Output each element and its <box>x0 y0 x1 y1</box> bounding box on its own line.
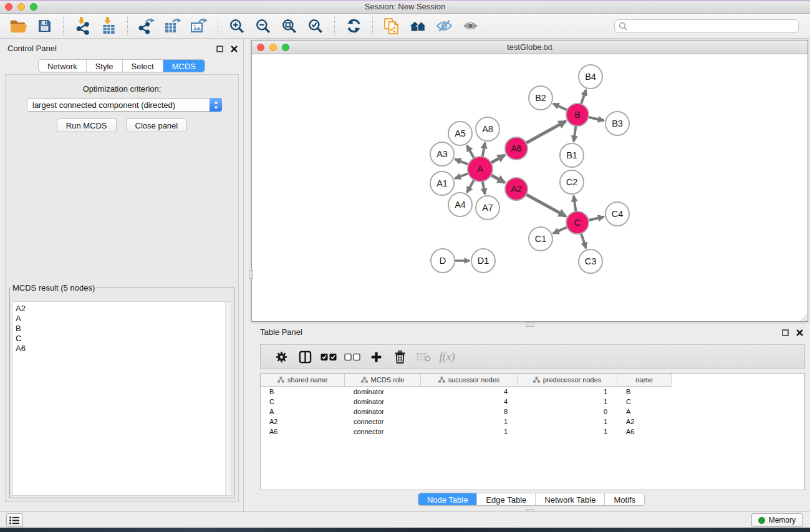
column-header-successor-nodes[interactable]: successor nodes <box>421 374 518 387</box>
close-panel-button[interactable]: Close panel <box>126 118 188 132</box>
column-header-name[interactable]: name <box>617 374 672 387</box>
graph-node-A5[interactable]: A5 <box>448 122 472 145</box>
hide-selected-button[interactable] <box>431 15 457 37</box>
table-row-B[interactable]: Bdominator41B <box>261 387 804 397</box>
graph-node-C1[interactable]: C1 <box>529 227 552 251</box>
table-settings-button[interactable] <box>269 346 293 367</box>
run-mcds-button[interactable]: Run MCDS <box>57 118 117 132</box>
tab-network[interactable]: Network <box>39 60 87 72</box>
deselect-all-rows-button[interactable] <box>340 346 364 367</box>
graph-node-C[interactable]: C <box>566 211 589 234</box>
export-network-button[interactable] <box>133 15 160 37</box>
close-table-panel-button[interactable] <box>795 328 804 337</box>
graph-node-C3[interactable]: C3 <box>579 249 602 273</box>
export-table-button[interactable] <box>160 15 186 37</box>
apply-layout-button[interactable] <box>340 15 367 37</box>
graph-edge-A-A2[interactable] <box>489 174 505 183</box>
float-panel-button[interactable] <box>215 44 224 53</box>
show-panels-button[interactable] <box>6 513 23 527</box>
graph-edge-C-C3[interactable] <box>581 231 586 248</box>
add-column-button[interactable] <box>364 346 388 367</box>
column-header-mcds-role[interactable]: MCDS role <box>345 374 421 387</box>
graph-node-B4[interactable]: B4 <box>579 65 602 89</box>
import-table-button[interactable] <box>95 15 122 37</box>
tab-select[interactable]: Select <box>123 60 163 72</box>
first-neighbors-button[interactable] <box>405 15 431 37</box>
column-header-shared-name[interactable]: shared name <box>261 374 345 387</box>
graph-node-A6[interactable]: A6 <box>505 137 528 160</box>
graph-node-A[interactable]: A <box>468 157 493 181</box>
graph-node-B1[interactable]: B1 <box>560 143 584 167</box>
graph-node-A7[interactable]: A7 <box>476 196 499 220</box>
graph-edge-A-A6[interactable] <box>489 155 505 163</box>
svg-text:B: B <box>574 110 581 120</box>
tab-motifs[interactable]: Motifs <box>605 493 644 506</box>
tab-style[interactable]: Style <box>87 60 123 72</box>
zoom-out-button[interactable] <box>250 15 276 37</box>
close-panel-x-button[interactable] <box>229 44 238 53</box>
export-image-button[interactable] <box>186 15 212 37</box>
delete-table-button[interactable] <box>412 346 435 367</box>
control-panel-header: Control Panel <box>7 44 238 56</box>
zoom-in-button[interactable] <box>224 15 250 37</box>
graph-edge-B-B3[interactable] <box>587 117 604 120</box>
graph-edge-B-B2[interactable] <box>553 104 569 111</box>
optimization-criterion-select[interactable]: largest connected component (directed) <box>27 98 222 112</box>
graph-node-C4[interactable]: C4 <box>605 202 629 226</box>
table-row-A6[interactable]: A6connector11A6 <box>261 427 804 437</box>
tab-edge-table[interactable]: Edge Table <box>477 493 536 506</box>
graph-edge-B-B1[interactable] <box>574 124 576 142</box>
new-network-from-selection-button[interactable] <box>378 15 405 37</box>
function-builder-button[interactable]: f(x) <box>435 346 459 367</box>
zoom-selected-button[interactable] <box>302 15 329 37</box>
graph-node-D1[interactable]: D1 <box>471 249 495 273</box>
scrollbar-track[interactable] <box>225 302 231 495</box>
table-row-C[interactable]: Cdominator41C <box>261 397 804 407</box>
graph-node-A3[interactable]: A3 <box>430 142 454 166</box>
graph-node-B3[interactable]: B3 <box>605 112 629 135</box>
svg-text:B1: B1 <box>566 150 577 160</box>
column-header-predecessor-nodes[interactable]: predecessor nodes <box>518 374 617 387</box>
graph-node-A8[interactable]: A8 <box>476 117 499 141</box>
graph-node-A2[interactable]: A2 <box>505 178 528 200</box>
tab-mcds[interactable]: MCDS <box>163 60 205 72</box>
graph-node-B2[interactable]: B2 <box>529 86 552 110</box>
import-network-button[interactable] <box>69 15 95 37</box>
float-table-panel-button[interactable] <box>781 328 789 337</box>
graph-edge-A2-C[interactable] <box>524 193 566 216</box>
graph-edge-C-C1[interactable] <box>553 226 569 233</box>
graph-edge-B-B4[interactable] <box>581 90 586 106</box>
table-cell: C <box>261 398 345 405</box>
graph-node-D[interactable]: D <box>431 249 455 273</box>
fit-content-button[interactable] <box>276 15 302 37</box>
show-column-button[interactable] <box>293 346 317 367</box>
search-input[interactable] <box>630 21 794 31</box>
table-row-A[interactable]: Adominator80A <box>261 407 804 417</box>
resize-grip[interactable] <box>799 312 807 321</box>
graph-edge-C-C2[interactable] <box>574 196 576 213</box>
delete-column-button[interactable] <box>388 346 412 367</box>
tab-network-table[interactable]: Network Table <box>536 493 605 506</box>
table-cell: B <box>261 388 345 395</box>
show-all-button[interactable] <box>457 15 483 37</box>
save-floppy-icon <box>37 19 52 33</box>
table-cell: connector <box>345 418 421 425</box>
splitpane-handle-vertical[interactable] <box>249 270 253 279</box>
window-title: Session: New Session <box>0 2 810 11</box>
save-session-button[interactable] <box>31 15 57 37</box>
select-all-rows-button[interactable] <box>317 346 340 367</box>
table-panel-tabs: Node TableEdge TableNetwork TableMotifs <box>253 493 810 506</box>
graph-edge-A6-B[interactable] <box>524 121 566 144</box>
table-cell: dominator <box>345 388 421 395</box>
network-canvas[interactable]: AA1A2A3A4A5A6A7A8BB1B2B3B4CC1C2C3C4DD1 <box>252 55 808 321</box>
open-file-button[interactable] <box>5 15 31 37</box>
memory-button[interactable]: Memory <box>751 513 803 527</box>
export-table-icon <box>164 17 181 34</box>
graph-node-C2[interactable]: C2 <box>560 170 584 194</box>
tab-node-table[interactable]: Node Table <box>418 493 478 506</box>
graph-node-A4[interactable]: A4 <box>448 193 472 216</box>
graph-node-A1[interactable]: A1 <box>430 172 454 195</box>
graph-node-B[interactable]: B <box>566 104 589 126</box>
table-row-A2[interactable]: A2connector11A2 <box>261 417 804 427</box>
graph-edge-C-C4[interactable] <box>587 217 604 221</box>
